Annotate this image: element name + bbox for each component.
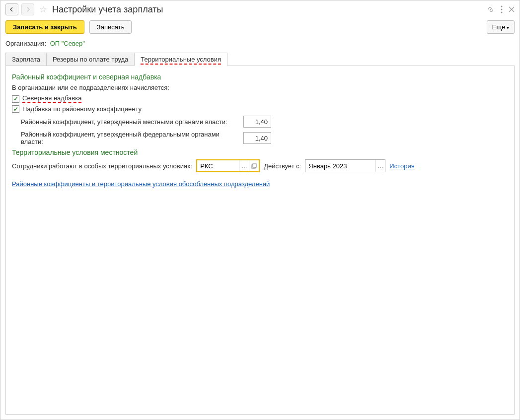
tab-territorial[interactable]: Территориальные условия xyxy=(134,53,227,66)
close-icon[interactable] xyxy=(509,6,515,12)
checkbox-district-allowance-label: Надбавка по районному коэффициенту xyxy=(22,105,142,113)
organization-value: ОП "Север" xyxy=(50,40,85,47)
coef-local-label: Районный коэффициент, утвержденный местн… xyxy=(21,118,239,126)
effective-from-input[interactable] xyxy=(305,161,375,171)
checkbox-district-allowance-row: Надбавка по районному коэффициенту xyxy=(12,105,508,113)
titlebar: ☆ Настройки учета зарплаты xyxy=(0,0,520,18)
svg-rect-4 xyxy=(253,164,256,167)
section-district-title: Районный коэффициент и северная надбавка xyxy=(12,73,508,81)
tabs: Зарплата Резервы по оплате труда Террито… xyxy=(0,52,520,66)
svg-point-1 xyxy=(501,9,503,10)
save-and-close-button[interactable]: Записать и закрыть xyxy=(5,20,84,34)
subdivisions-link[interactable]: Районные коэффициенты и территориальные … xyxy=(12,180,270,188)
checkbox-northern-allowance-label: Северная надбавка xyxy=(22,94,81,103)
checkbox-district-allowance[interactable] xyxy=(12,105,19,113)
open-icon xyxy=(251,163,257,169)
arrow-left-icon xyxy=(9,7,14,12)
more-button[interactable]: Еще xyxy=(487,20,515,34)
kebab-icon[interactable] xyxy=(501,5,503,13)
select-open-button[interactable] xyxy=(249,160,259,171)
organization-label: Организация: xyxy=(5,40,46,47)
territorial-conditions-input[interactable] xyxy=(197,161,239,171)
nav-forward-button[interactable] xyxy=(21,3,34,15)
svg-point-0 xyxy=(501,6,503,7)
nav-back-button[interactable] xyxy=(5,3,18,15)
link-icon[interactable] xyxy=(487,5,495,13)
checkbox-northern-allowance[interactable] xyxy=(12,95,19,103)
coef-federal-row: Районный коэффициент, утвержденный федер… xyxy=(21,131,508,145)
tab-content: Районный коэффициент и северная надбавка… xyxy=(5,66,515,415)
territorial-conditions-row: Сотрудники работают в особых территориал… xyxy=(12,159,508,172)
toolbar: Записать и закрыть Записать Еще xyxy=(0,18,520,39)
select-ellipsis-button[interactable]: … xyxy=(239,160,249,171)
history-link[interactable]: История xyxy=(389,162,414,170)
coef-local-input[interactable] xyxy=(243,116,271,128)
arrow-right-icon xyxy=(25,7,30,12)
tab-salary[interactable]: Зарплата xyxy=(5,53,47,66)
coef-local-row: Районный коэффициент, утвержденный местн… xyxy=(21,116,508,128)
coef-federal-label: Районный коэффициент, утвержденный федер… xyxy=(21,131,239,145)
title-actions xyxy=(487,5,515,13)
effective-from-label: Действует с: xyxy=(264,162,301,170)
section-district-hint: В организации или ее подразделениях начи… xyxy=(12,84,508,91)
organization-row: Организация: ОП "Север" xyxy=(0,39,520,52)
date-ellipsis-button[interactable]: … xyxy=(375,160,385,172)
checkbox-northern-allowance-row: Северная надбавка xyxy=(12,94,508,103)
save-button[interactable]: Записать xyxy=(89,20,132,34)
tab-reserves[interactable]: Резервы по оплате труда xyxy=(46,53,135,66)
page-title: Настройки учета зарплаты xyxy=(52,4,484,15)
effective-from-select: … xyxy=(305,159,385,172)
territorial-conditions-select: … xyxy=(196,159,260,172)
section-territorial-title: Территориальные условия местностей xyxy=(12,148,508,156)
favorite-icon[interactable]: ☆ xyxy=(39,4,47,15)
territorial-conditions-label: Сотрудники работают в особых территориал… xyxy=(12,162,192,170)
svg-point-2 xyxy=(501,12,503,13)
coef-federal-input[interactable] xyxy=(243,132,271,144)
window: ☆ Настройки учета зарплаты Записать и за… xyxy=(0,0,520,420)
